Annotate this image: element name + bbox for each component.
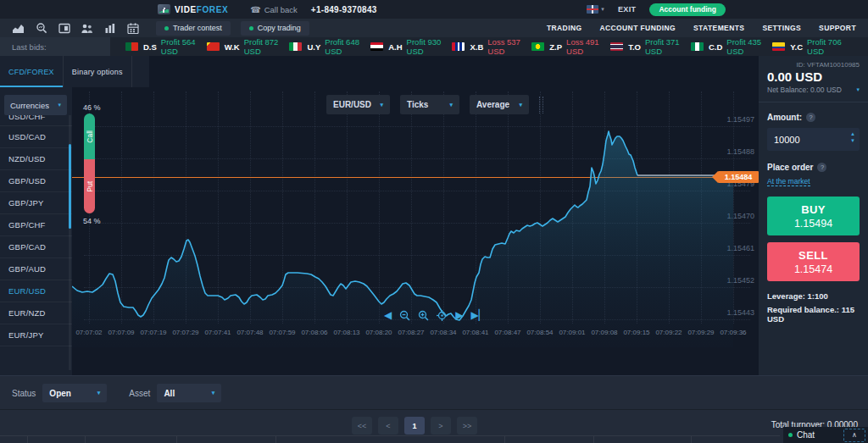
- pair-select[interactable]: EUR/USD ▾: [326, 95, 390, 114]
- menu-item-support[interactable]: SUPPORT: [819, 24, 856, 32]
- bid-result: Loss 491 USD: [566, 37, 610, 56]
- sidebar-item-gbp-cad[interactable]: GBP/CAD: [0, 236, 72, 258]
- bid-initials: C.D: [709, 42, 722, 52]
- news-icon[interactable]: [58, 22, 70, 34]
- chat-bar: Chat ∧: [783, 427, 868, 443]
- table-column-divider: [85, 436, 86, 443]
- pair-label: EUR/USD: [8, 286, 46, 296]
- last-bid-item: A.HProfit 930 USD: [370, 37, 452, 56]
- sidebar-item-usd-chf[interactable]: USD/CHF: [0, 115, 72, 126]
- trading-app: VIDEFOREX ☎ Call back +1-849-9370843 ▾ E…: [0, 0, 868, 443]
- chat-label: Chat: [797, 430, 815, 440]
- page-button[interactable]: <<: [352, 417, 372, 435]
- chevron-down-icon: ▾: [97, 390, 101, 396]
- status-dot-icon: [164, 26, 169, 30]
- language-caret-icon[interactable]: ▾: [601, 6, 604, 13]
- chart-nav-prev-icon[interactable]: ◀: [384, 309, 392, 321]
- trader-contest-button[interactable]: Trader contest: [156, 21, 231, 36]
- sidebar-item-nzd-usd[interactable]: NZD/USD: [0, 148, 72, 170]
- sidebar-item-gbp-jpy[interactable]: GBP/JPY: [0, 192, 72, 214]
- table-column-divider: [691, 436, 692, 443]
- chevron-down-icon[interactable]: ▾: [856, 86, 860, 93]
- help-icon[interactable]: ?: [817, 163, 826, 172]
- call-percentage: 46 %: [83, 103, 101, 112]
- currency-pair-list: USD/CHFUSD/CADNZD/USDGBP/USDGBP/JPYGBP/C…: [0, 115, 72, 375]
- menu-item-settings[interactable]: SETTINGS: [762, 24, 801, 32]
- area-chart-icon[interactable]: [12, 22, 25, 34]
- bar-chart-icon[interactable]: [103, 22, 116, 34]
- overlay-select[interactable]: Average ▾: [470, 95, 529, 114]
- copy-traders-icon[interactable]: [81, 22, 93, 34]
- account-balance: 0.00 USD: [767, 69, 860, 84]
- chevron-down-icon: ▾: [212, 390, 215, 396]
- tab-binary-options[interactable]: Binary options: [64, 56, 132, 87]
- sidebar-item-eur-usd[interactable]: EUR/USD: [0, 280, 72, 302]
- page-button-current[interactable]: 1: [404, 417, 425, 435]
- account-id: ID: VFTAM10010985: [767, 61, 860, 69]
- pair-label: NZD/USD: [8, 154, 46, 163]
- at-market-link[interactable]: At the market: [767, 177, 810, 186]
- language-flag-icon[interactable]: [587, 5, 598, 14]
- sell-price: 1.15474: [794, 263, 832, 275]
- country-flag-icon: [370, 42, 383, 51]
- page-button[interactable]: <: [378, 417, 398, 435]
- currencies-dropdown[interactable]: Currencies ▾: [4, 95, 67, 115]
- menu-item-trading[interactable]: TRADING: [547, 24, 582, 32]
- sidebar-scrollbar-thumb[interactable]: [69, 144, 71, 229]
- stepper-up-icon[interactable]: ▲: [850, 131, 855, 136]
- interval-select[interactable]: Ticks ▾: [400, 95, 459, 114]
- chart-nav-play-icon[interactable]: ▶: [455, 309, 463, 321]
- bid-initials: Y.C: [790, 42, 803, 52]
- sidebar-item-eur-nzd[interactable]: EUR/NZD: [0, 302, 72, 324]
- table-column-divider: [593, 436, 594, 443]
- support-phone[interactable]: +1-849-9370843: [311, 5, 377, 14]
- price-chart[interactable]: 1.15484 EUR/USD ▾ Ticks ▾ Average ▾ 46 %: [72, 56, 759, 375]
- asset-filter-label: Asset: [129, 389, 150, 398]
- chart-nav-zoom-out-icon[interactable]: [399, 310, 410, 321]
- sell-button[interactable]: SELL 1.15474: [767, 242, 860, 281]
- last-bids-ticker: D.SProfit 564 USDW.KProfit 872 USDU.YPro…: [110, 37, 868, 56]
- top-bar: VIDEFOREX ☎ Call back +1-849-9370843 ▾ E…: [0, 0, 868, 19]
- sell-label: SELL: [798, 249, 828, 262]
- calendar-icon[interactable]: [126, 22, 139, 34]
- sidebar-item-usd-cad[interactable]: USD/CAD: [0, 126, 72, 148]
- copy-trading-button[interactable]: Copy trading: [241, 21, 309, 36]
- tab-cfd-forex[interactable]: CFD/FOREX: [0, 56, 64, 87]
- sidebar-item-gbp-chf[interactable]: GBP/CHF: [0, 214, 72, 236]
- callback-button[interactable]: ☎ Call back: [250, 5, 298, 14]
- chart-nav-crosshair-icon[interactable]: [437, 310, 448, 321]
- stepper-down-icon[interactable]: ▼: [850, 138, 855, 143]
- last-bid-item: U.YProfit 648 USD: [289, 37, 370, 56]
- country-flag-icon: [772, 42, 785, 51]
- page-button[interactable]: >>: [457, 417, 477, 435]
- menu-item-account-funding[interactable]: ACCOUNT FUNDING: [599, 24, 676, 32]
- status-filter-select[interactable]: Open ▾: [42, 384, 107, 402]
- exit-button[interactable]: EXIT: [618, 5, 637, 14]
- drag-handle[interactable]: [539, 97, 543, 114]
- bid-result: Profit 435 USD: [726, 37, 772, 56]
- chat-expand-button[interactable]: ∧: [843, 429, 865, 442]
- search-icon[interactable]: [35, 22, 47, 34]
- chart-nav-zoom-in-icon[interactable]: [418, 310, 429, 321]
- buy-label: BUY: [801, 203, 826, 216]
- sidebar-item-gbp-usd[interactable]: GBP/USD: [0, 170, 72, 192]
- account-funding-button[interactable]: Account funding: [649, 3, 726, 16]
- brand-logo[interactable]: VIDEFOREX: [158, 4, 228, 14]
- last-bid-item: C.DProfit 435 USD: [691, 37, 772, 56]
- chevron-down-icon: ▾: [519, 102, 522, 108]
- sidebar-item-gbp-aud[interactable]: GBP/AUD: [0, 258, 72, 280]
- page-button[interactable]: >: [431, 417, 451, 435]
- net-balance: Net Balance: 0.00 USD: [767, 86, 842, 94]
- chart-nav-next-end-icon[interactable]: ▶▏: [470, 309, 486, 321]
- menu-item-statements[interactable]: STATEMENTS: [693, 24, 744, 32]
- sidebar-item-eur-jpy[interactable]: EUR/JPY: [0, 324, 72, 346]
- chat-online-dot-icon: [788, 433, 793, 437]
- amount-input[interactable]: [767, 128, 860, 151]
- call-gauge-label: Call: [86, 130, 94, 143]
- pair-label: USD/CAD: [8, 132, 46, 141]
- help-icon[interactable]: ?: [806, 113, 815, 122]
- buy-button[interactable]: BUY 1.15494: [767, 197, 860, 235]
- bid-initials: U.Y: [307, 42, 320, 52]
- asset-filter-select[interactable]: All ▾: [157, 384, 221, 402]
- main-area: Currencies ▾ USD/CHFUSD/CADNZD/USDGBP/US…: [0, 56, 868, 375]
